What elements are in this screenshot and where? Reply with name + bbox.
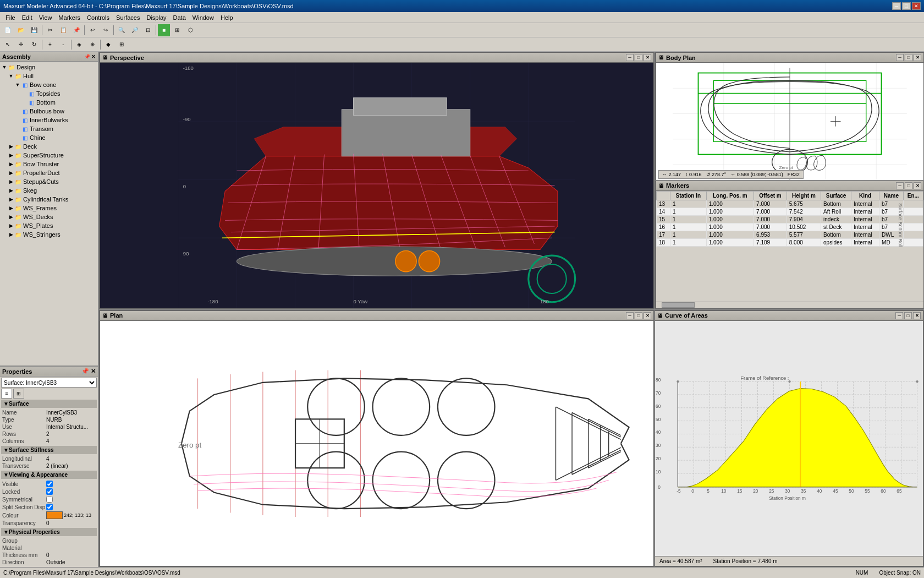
tree-transom[interactable]: ◧ Transom xyxy=(1,124,97,133)
bulbousbow-expand[interactable] xyxy=(14,108,21,114)
tree-bottom[interactable]: ◧ Bottom xyxy=(1,98,97,107)
minimize-button[interactable]: ─ xyxy=(892,2,901,10)
symmetrical-checkbox[interactable] xyxy=(46,496,53,503)
tree-chine[interactable]: ◧ Chine xyxy=(1,133,97,142)
tree-hull[interactable]: ▼ 📁 Hull xyxy=(1,72,97,80)
zoom-out-btn[interactable]: 🔎 xyxy=(129,24,141,36)
assembly-pin[interactable]: 📌 xyxy=(84,54,90,59)
super-expand[interactable]: ▶ xyxy=(8,152,14,159)
menu-item-data[interactable]: Data xyxy=(170,13,189,22)
surface-select[interactable]: Surface: InnerCylSB3 xyxy=(1,378,97,388)
markers-content[interactable]: Station In Long. Pos. m Offset m Height … xyxy=(656,191,923,302)
persp-max[interactable]: □ xyxy=(635,54,642,61)
transom-expand[interactable] xyxy=(14,126,21,132)
plan-min[interactable]: ─ xyxy=(626,312,634,319)
bt-expand[interactable]: ▶ xyxy=(8,161,14,167)
paste-btn[interactable]: 📌 xyxy=(70,24,82,36)
close-button[interactable]: ✕ xyxy=(912,2,921,10)
stiffness-section-header[interactable]: ▼Surface Stiffness xyxy=(1,446,97,454)
tree-wsstringers[interactable]: ▶ 📁 WS_Stringers xyxy=(1,230,97,239)
table-row[interactable]: 18 1 1.000 7.109 8.000 opsides Internal … xyxy=(657,238,923,246)
bottom-expand[interactable] xyxy=(21,99,28,106)
markers-max[interactable]: □ xyxy=(905,182,912,189)
markers-viewport[interactable]: 🖥 Markers ─ □ ✕ xyxy=(655,181,924,309)
props-tab-1[interactable]: ≡ xyxy=(1,389,12,399)
cut-btn[interactable]: ✂ xyxy=(44,24,56,36)
assembly-close[interactable]: ✕ xyxy=(91,54,96,59)
tree-superstructure[interactable]: ▶ 📁 SuperStructure xyxy=(1,151,97,160)
maximize-button[interactable]: □ xyxy=(902,2,911,10)
menu-item-window[interactable]: Window xyxy=(189,13,217,22)
sk-expand[interactable]: ▶ xyxy=(8,187,14,194)
surface-section-header[interactable]: ▼Surface xyxy=(1,400,97,408)
menu-item-surfaces[interactable]: Surfaces xyxy=(113,13,143,22)
move-btn[interactable]: ✛ xyxy=(15,39,27,51)
tree-skeg[interactable]: ▶ 📁 Skeg xyxy=(1,186,97,195)
markers-min[interactable]: ─ xyxy=(896,182,904,189)
bp-min[interactable]: ─ xyxy=(896,54,904,61)
tree-bulbousbow[interactable]: ◧ Bulbous bow xyxy=(1,107,97,116)
tree-wsplates[interactable]: ▶ 📁 WS_Plates xyxy=(1,221,97,230)
hull-expand[interactable]: ▼ xyxy=(8,73,14,79)
tree-wsdecks[interactable]: ▶ 📁 WS_Decks xyxy=(1,212,97,221)
menu-item-display[interactable]: Display xyxy=(143,13,169,22)
innerbulwarks-expand[interactable] xyxy=(14,117,21,123)
del-cp-btn[interactable]: - xyxy=(57,39,69,51)
copy-btn[interactable]: 📋 xyxy=(57,24,69,36)
plan-max[interactable]: □ xyxy=(635,312,642,319)
tree-cylindricaltanks[interactable]: ▶ 📁 Cylindrical Tanks xyxy=(1,195,97,204)
su-expand[interactable]: ▶ xyxy=(8,178,14,185)
snap-btn[interactable]: ⊕ xyxy=(86,39,98,51)
deck-expand[interactable]: ▶ xyxy=(8,143,14,150)
undo-btn[interactable]: ↩ xyxy=(86,24,98,36)
select-btn[interactable]: ↖ xyxy=(2,39,14,51)
menu-item-edit[interactable]: Edit xyxy=(19,13,36,22)
table-row[interactable]: 15 1 1.000 7.000 7.904 indeck Internal b… xyxy=(657,215,923,223)
locked-checkbox[interactable] xyxy=(46,488,53,495)
design-expand[interactable]: ▼ xyxy=(1,64,8,70)
coa-max[interactable]: □ xyxy=(904,312,912,319)
tree-propellerduct[interactable]: ▶ 📁 PropellerDuct xyxy=(1,168,97,177)
shade-btn[interactable]: ■ xyxy=(158,24,170,36)
props-pin[interactable]: 📌 xyxy=(81,368,89,374)
props-close[interactable]: ✕ xyxy=(91,368,96,374)
menu-item-markers[interactable]: Markers xyxy=(55,13,84,22)
menu-item-view[interactable]: View xyxy=(36,13,56,22)
coa-min[interactable]: ─ xyxy=(895,312,903,319)
bp-max[interactable]: □ xyxy=(905,54,912,61)
persp-min[interactable]: ─ xyxy=(626,54,634,61)
coa-content[interactable]: 0 10 20 30 40 50 60 70 80 -5 0 5 10 xyxy=(655,321,923,557)
splitsection-checkbox[interactable] xyxy=(46,504,53,510)
wss-expand[interactable]: ▶ xyxy=(8,231,14,238)
tree-design[interactable]: ▼ 📁 Design xyxy=(1,63,97,72)
pd-expand[interactable]: ▶ xyxy=(8,170,14,176)
fit-btn[interactable]: ⊡ xyxy=(142,24,154,36)
table-row[interactable]: 17 1 1.000 6.953 5.577 Bottom Internal D… xyxy=(657,231,923,238)
table-row[interactable]: 13 1 1.000 7.000 5.675 Bottom Internal b… xyxy=(657,200,923,208)
visible-checkbox[interactable] xyxy=(46,481,53,487)
topsides-expand[interactable] xyxy=(21,90,28,97)
markers-close[interactable]: ✕ xyxy=(914,182,921,189)
persp-close[interactable]: ✕ xyxy=(644,54,651,61)
tree-innerbulwarks[interactable]: ◧ InnerBulwarks xyxy=(1,116,97,124)
menu-item-controls[interactable]: Controls xyxy=(84,13,113,22)
rotate-btn[interactable]: ↻ xyxy=(28,39,40,51)
tree-stepupcuts[interactable]: ▶ 📁 Stepup&Cuts xyxy=(1,177,97,186)
surface-btn[interactable]: ◈ xyxy=(73,39,85,51)
wsf-expand[interactable]: ▶ xyxy=(8,205,14,211)
markers-scrollthumb[interactable] xyxy=(662,302,695,308)
plan-viewport[interactable]: 🖥 Plan ─ □ ✕ xyxy=(99,310,654,568)
redo-btn[interactable]: ↪ xyxy=(100,24,112,36)
physical-section-header[interactable]: ▼Physical Properties xyxy=(1,528,97,536)
bp-close[interactable]: ✕ xyxy=(914,54,921,61)
chine-expand[interactable] xyxy=(14,134,21,141)
menu-item-help[interactable]: Help xyxy=(217,13,237,22)
bodyplan-viewport[interactable]: 🖥 Body Plan ─ □ ✕ xyxy=(655,52,924,181)
bodyplan-content[interactable]: Zero pt ↔ 2.147 ↕ 0.916 ↺ 278.7° ↔ 0.588… xyxy=(656,63,923,180)
tree-bowcone[interactable]: ▼ ◧ Bow cone xyxy=(1,80,97,89)
curveofarea-viewport[interactable]: 🖥 Curve of Areas ─ □ ✕ xyxy=(654,310,924,568)
persp-btn[interactable]: ⬡ xyxy=(184,24,196,36)
table-row[interactable]: 14 1 1.000 7.000 7.542 Aft Roll Internal… xyxy=(657,208,923,215)
wsd-expand[interactable]: ▶ xyxy=(8,214,14,220)
markers-scrollbar[interactable] xyxy=(656,302,923,308)
